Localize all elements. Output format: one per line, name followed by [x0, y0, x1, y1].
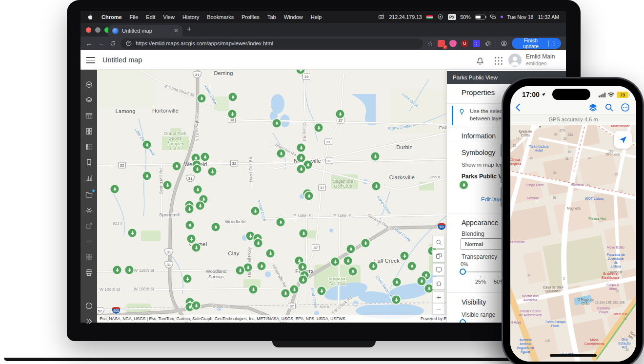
park-point-marker[interactable]: [198, 95, 206, 103]
extension-icon-4[interactable]: ;: [473, 40, 480, 47]
park-point-marker[interactable]: [408, 262, 416, 270]
park-point-marker[interactable]: [347, 245, 355, 253]
park-point-marker[interactable]: [183, 275, 192, 283]
address-bar[interactable]: https://emlid.maps.arcgis.com/apps/mapvi…: [121, 38, 423, 49]
park-point-marker[interactable]: [331, 258, 340, 266]
sidebar-item-bookmarks[interactable]: [80, 155, 97, 169]
menu-time[interactable]: 11:32 AM: [538, 14, 559, 20]
user-name[interactable]: Emlid Main: [526, 53, 555, 60]
close-tab-icon[interactable]: ✕: [174, 27, 179, 34]
map-home-button[interactable]: [432, 277, 445, 289]
park-point-marker[interactable]: [315, 124, 323, 132]
url-text[interactable]: https://emlid.maps.arcgis.com/apps/mapvi…: [136, 40, 273, 46]
park-point-marker[interactable]: [299, 263, 307, 271]
keyboard-layout-badge[interactable]: РУ: [448, 14, 456, 20]
park-point-marker[interactable]: [290, 286, 299, 294]
forward-button[interactable]: →: [98, 39, 105, 47]
park-point-marker[interactable]: [297, 144, 305, 152]
sidebar-item-save[interactable]: [80, 188, 97, 201]
park-point-marker[interactable]: [128, 229, 137, 237]
park-point-marker[interactable]: [362, 239, 370, 248]
park-point-marker[interactable]: [143, 172, 151, 180]
map-search-button[interactable]: [432, 236, 445, 249]
park-point-marker[interactable]: [212, 223, 220, 231]
park-point-marker[interactable]: [299, 276, 307, 284]
menu-window[interactable]: Window: [284, 14, 303, 20]
park-point-marker[interactable]: [201, 153, 209, 161]
reload-button[interactable]: [109, 40, 116, 47]
park-point-marker[interactable]: [143, 141, 151, 149]
avatar[interactable]: [508, 54, 522, 67]
search-icon[interactable]: [604, 102, 614, 113]
sidebar-item-create-app[interactable]: [80, 250, 97, 264]
browser-tab[interactable]: Untitled map ✕: [108, 25, 182, 37]
menu-chrome[interactable]: Chrome: [101, 14, 122, 20]
sidebar-item-map-properties[interactable]: [80, 203, 97, 217]
park-point-marker[interactable]: [258, 262, 266, 270]
menu-bookmarks[interactable]: Bookmarks: [207, 14, 234, 20]
extension-icon-2[interactable]: [449, 40, 457, 47]
park-point-marker[interactable]: [300, 230, 308, 238]
park-point-marker[interactable]: [418, 277, 426, 286]
site-info-icon[interactable]: [125, 40, 132, 47]
hamburger-menu-icon[interactable]: [86, 57, 95, 63]
park-point-marker[interactable]: [297, 154, 305, 162]
menu-date[interactable]: Tue Nov 18: [507, 14, 534, 20]
park-point-marker[interactable]: [244, 264, 252, 272]
park-point-marker[interactable]: [392, 296, 401, 304]
notifications-bell-icon[interactable]: [475, 55, 485, 66]
park-point-marker[interactable]: [185, 205, 194, 213]
back-chevron-icon[interactable]: [513, 102, 523, 113]
park-point-marker[interactable]: [401, 252, 409, 260]
menu-file[interactable]: File: [130, 14, 139, 20]
sidebar-item-add[interactable]: [80, 77, 97, 91]
park-point-marker[interactable]: [336, 110, 344, 118]
park-point-marker[interactable]: [425, 285, 433, 293]
park-point-marker[interactable]: [229, 93, 237, 101]
input-source-icon[interactable]: [378, 14, 384, 20]
park-point-marker[interactable]: [277, 218, 285, 227]
park-point-marker[interactable]: [194, 186, 202, 194]
visible-range-slider-handle[interactable]: [460, 319, 466, 323]
apple-logo-icon[interactable]: [87, 14, 94, 20]
sidebar-item-basemap[interactable]: [80, 124, 97, 138]
sidebar-item-info[interactable]: [80, 299, 97, 312]
battery-icon[interactable]: [475, 15, 485, 19]
park-point-marker[interactable]: [228, 110, 237, 118]
map-zoom-out-button[interactable]: [432, 303, 445, 315]
extension-icon-1[interactable]: [438, 40, 445, 47]
park-point-marker[interactable]: [273, 119, 281, 128]
park-point-marker[interactable]: [393, 278, 401, 287]
bookmark-star-icon[interactable]: ☆: [427, 40, 433, 47]
vpn-ip[interactable]: 212.24.179.13: [389, 14, 422, 20]
app-launcher-icon[interactable]: [493, 56, 504, 66]
sidebar-item-developer[interactable]: </>: [80, 234, 97, 248]
map-basemap-gallery-button[interactable]: [432, 249, 445, 262]
finish-update-button[interactable]: Finish update⋮: [512, 38, 561, 49]
screen-record-icon[interactable]: [437, 14, 443, 20]
layers-icon[interactable]: [588, 102, 598, 113]
park-point-marker[interactable]: [196, 202, 204, 210]
menu-help[interactable]: Help: [311, 14, 322, 20]
map-zoom-in-button[interactable]: [432, 291, 445, 303]
park-point-marker[interactable]: [187, 235, 196, 243]
park-point-marker[interactable]: [193, 165, 201, 173]
park-point-marker[interactable]: [305, 192, 313, 200]
park-point-marker[interactable]: [125, 266, 134, 274]
sidebar-item-layers[interactable]: [80, 93, 97, 107]
sidebar-item-share[interactable]: [80, 219, 97, 232]
sidebar-item-expand[interactable]: [80, 314, 97, 328]
extensions-puzzle-icon[interactable]: [484, 40, 491, 47]
sidebar-item-tables[interactable]: [80, 109, 97, 122]
park-point-marker[interactable]: [111, 185, 119, 193]
more-ellipsis-icon[interactable]: [620, 102, 630, 113]
profile-icon[interactable]: [501, 40, 507, 47]
park-point-marker[interactable]: [344, 257, 352, 265]
park-point-marker[interactable]: [208, 168, 217, 176]
park-point-marker[interactable]: [186, 221, 194, 230]
park-point-marker[interactable]: [282, 289, 290, 298]
park-point-marker[interactable]: [173, 162, 181, 171]
park-point-marker[interactable]: [251, 207, 260, 215]
extension-icon-3[interactable]: U: [461, 40, 468, 47]
park-point-marker[interactable]: [277, 150, 285, 158]
